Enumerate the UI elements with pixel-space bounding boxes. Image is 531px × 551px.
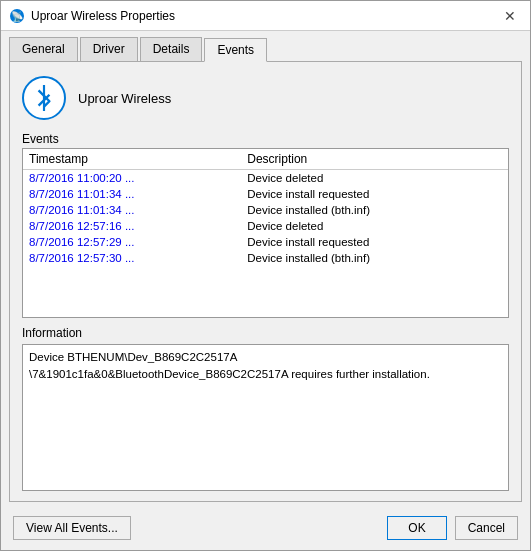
col-description: Description: [241, 149, 508, 170]
cell-description: Device deleted: [241, 170, 508, 187]
tab-events[interactable]: Events: [204, 38, 267, 62]
bluetooth-icon-circle: [22, 76, 66, 120]
tabs-bar: General Driver Details Events: [1, 31, 530, 61]
events-section: Events Timestamp Description 8/7/2016 11…: [22, 132, 509, 318]
table-row: 8/7/2016 11:01:34 ...Device installed (b…: [23, 202, 508, 218]
dialog-window: 📡 Uproar Wireless Properties ✕ General D…: [0, 0, 531, 551]
cell-timestamp: 8/7/2016 11:00:20 ...: [23, 170, 241, 187]
footer: View All Events... OK Cancel: [1, 510, 530, 550]
cell-description: Device deleted: [241, 218, 508, 234]
footer-buttons: OK Cancel: [387, 516, 518, 540]
cell-description: Device installed (bth.inf): [241, 202, 508, 218]
table-row: 8/7/2016 11:01:34 ...Device install requ…: [23, 186, 508, 202]
table-row: 8/7/2016 12:57:29 ...Device install requ…: [23, 234, 508, 250]
title-bar: 📡 Uproar Wireless Properties ✕: [1, 1, 530, 31]
events-table: Timestamp Description 8/7/2016 11:00:20 …: [23, 149, 508, 266]
tab-general[interactable]: General: [9, 37, 78, 61]
info-section: Information Device BTHENUM\Dev_B869C2C25…: [22, 326, 509, 491]
table-row: 8/7/2016 12:57:30 ...Device installed (b…: [23, 250, 508, 266]
info-label: Information: [22, 326, 509, 340]
dialog-icon: 📡: [9, 8, 25, 24]
table-row: 8/7/2016 12:57:16 ...Device deleted: [23, 218, 508, 234]
table-row: 8/7/2016 11:00:20 ...Device deleted: [23, 170, 508, 187]
cancel-button[interactable]: Cancel: [455, 516, 518, 540]
tab-details[interactable]: Details: [140, 37, 203, 61]
cell-timestamp: 8/7/2016 11:01:34 ...: [23, 186, 241, 202]
view-all-events-button[interactable]: View All Events...: [13, 516, 131, 540]
events-table-container: Timestamp Description 8/7/2016 11:00:20 …: [22, 148, 509, 318]
svg-text:📡: 📡: [11, 10, 24, 23]
tab-driver[interactable]: Driver: [80, 37, 138, 61]
cell-timestamp: 8/7/2016 12:57:30 ...: [23, 250, 241, 266]
cell-description: Device installed (bth.inf): [241, 250, 508, 266]
events-table-scroll[interactable]: Timestamp Description 8/7/2016 11:00:20 …: [23, 149, 508, 317]
device-name-label: Uproar Wireless: [78, 91, 171, 106]
events-label: Events: [22, 132, 509, 146]
info-text: Device BTHENUM\Dev_B869C2C2517A \7&1901c…: [29, 351, 430, 380]
device-header: Uproar Wireless: [22, 72, 509, 124]
events-table-header: Timestamp Description: [23, 149, 508, 170]
bluetooth-icon-svg: [31, 85, 57, 111]
col-timestamp: Timestamp: [23, 149, 241, 170]
cell-timestamp: 8/7/2016 11:01:34 ...: [23, 202, 241, 218]
events-table-body: 8/7/2016 11:00:20 ...Device deleted8/7/2…: [23, 170, 508, 267]
info-text-box[interactable]: Device BTHENUM\Dev_B869C2C2517A \7&1901c…: [22, 344, 509, 491]
title-bar-left: 📡 Uproar Wireless Properties: [9, 8, 175, 24]
tab-content: Uproar Wireless Events Timestamp Descrip…: [9, 61, 522, 502]
cell-timestamp: 8/7/2016 12:57:29 ...: [23, 234, 241, 250]
cell-timestamp: 8/7/2016 12:57:16 ...: [23, 218, 241, 234]
title-bar-text: Uproar Wireless Properties: [31, 9, 175, 23]
close-button[interactable]: ✕: [498, 6, 522, 26]
cell-description: Device install requested: [241, 186, 508, 202]
cell-description: Device install requested: [241, 234, 508, 250]
ok-button[interactable]: OK: [387, 516, 446, 540]
